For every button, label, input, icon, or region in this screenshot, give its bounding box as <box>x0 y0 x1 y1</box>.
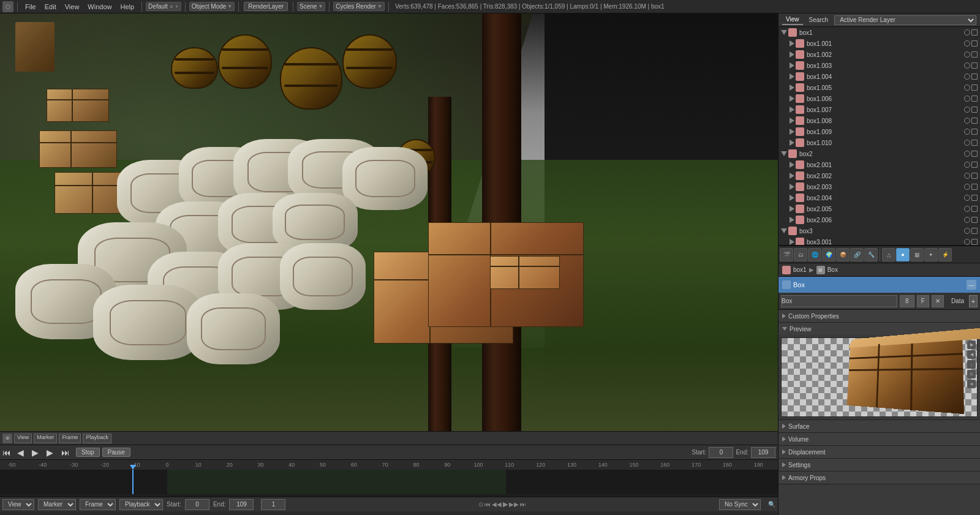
3d-viewport[interactable] <box>0 13 778 431</box>
blender-icon[interactable]: ⬡ <box>2 1 13 12</box>
outliner-item-box2-002[interactable]: box2.002 <box>778 170 980 181</box>
start-frame-input[interactable]: 0 <box>709 447 733 458</box>
tab-search[interactable]: Search <box>805 15 832 24</box>
timeline-playhead[interactable] <box>132 470 134 494</box>
workspace-add[interactable]: + <box>175 3 179 10</box>
menu-window[interactable]: Window <box>84 2 115 12</box>
skip-end-btn[interactable]: ⏭ <box>61 448 74 457</box>
texture-btn[interactable]: ▦ <box>910 248 924 261</box>
particles-btn[interactable]: ✦ <box>924 248 938 261</box>
outliner-item-box1-003[interactable]: box1.003 <box>778 60 980 71</box>
skip-end-icon[interactable]: ⏭ <box>520 501 526 508</box>
stop-button[interactable]: Stop <box>76 448 100 457</box>
outliner-item-box2-005[interactable]: box2.005 <box>778 203 980 214</box>
marker-select[interactable]: Marker <box>38 499 76 510</box>
outliner-item-box1-008[interactable]: box1.008 <box>778 115 980 126</box>
outliner-item-box2[interactable]: box2 <box>778 148 980 159</box>
outliner-item-box3[interactable]: box3 <box>778 225 980 236</box>
menu-view[interactable]: View <box>61 2 83 12</box>
outliner-item-box2-003[interactable]: box2.003 <box>778 181 980 192</box>
material-btn[interactable]: ● <box>896 248 910 261</box>
mode-selector[interactable]: Object Mode ▼ <box>189 2 235 11</box>
skip-start-icon[interactable]: ⏮ <box>484 501 491 508</box>
keyframe-icon[interactable]: ⊙ <box>478 501 483 508</box>
outliner-item-box1-009[interactable]: box1.009 <box>778 126 980 137</box>
render-layer-select[interactable]: Active Render Layer <box>834 15 976 25</box>
view-select[interactable]: View <box>2 499 34 510</box>
object-btn[interactable]: 📦 <box>836 248 850 261</box>
next-key-icon[interactable]: ▶▶ <box>509 501 519 508</box>
material-preview[interactable]: ▶ ◀ ↕ ⊙ ◈ <box>781 337 978 417</box>
armory-props-header[interactable]: Armory Props <box>778 472 980 484</box>
preview-icon-4[interactable]: ⊙ <box>967 370 976 378</box>
playback-select[interactable]: Playback <box>119 499 163 510</box>
data-btn[interactable]: △ <box>882 248 895 261</box>
next-frame-btn[interactable]: ▶ <box>47 448 59 457</box>
outliner-item-box1-007[interactable]: box1.007 <box>778 104 980 115</box>
outliner-item-box1-006[interactable]: box1.006 <box>778 93 980 104</box>
scene-selector[interactable]: Scene ▼ <box>297 2 325 11</box>
outliner-item-box1-001[interactable]: box1.001 <box>778 38 980 49</box>
view-btn[interactable]: View <box>14 434 32 443</box>
play-btn[interactable]: ▶ <box>32 448 44 457</box>
mat-fake-btn[interactable]: F <box>917 295 929 307</box>
menu-help[interactable]: Help <box>116 2 138 12</box>
frame-select[interactable]: Frame <box>80 499 116 510</box>
preview-icon-5[interactable]: ◈ <box>967 380 976 388</box>
prev-key-icon[interactable]: ◀◀ <box>492 501 502 508</box>
custom-props-header[interactable]: Custom Properties <box>778 310 980 322</box>
timeline-track-body[interactable] <box>0 470 778 494</box>
end-frame-input[interactable]: 109 <box>751 447 775 458</box>
prev-frame-btn[interactable]: ◀ <box>17 448 29 457</box>
zoom-icon[interactable]: 🔍 <box>768 501 775 508</box>
outliner-item-box1-010[interactable]: box1.010 <box>778 137 980 148</box>
outliner-list[interactable]: box1 box1.001 <box>778 27 980 245</box>
preview-icon-1[interactable]: ▶ <box>967 340 976 349</box>
skip-start-btn[interactable]: ⏮ <box>2 448 15 457</box>
render-icon-2[interactable] <box>971 40 978 47</box>
outliner-item-box2-006[interactable]: box2.006 <box>778 214 980 225</box>
marker-btn[interactable]: Marker <box>34 434 57 443</box>
sync-select[interactable]: No Sync <box>719 499 761 510</box>
workspace-selector[interactable]: Default ✕ + <box>146 2 181 11</box>
menu-edit[interactable]: Edit <box>41 2 60 12</box>
surface-header[interactable]: Surface <box>778 420 980 432</box>
outliner-item-box1-004[interactable]: box1.004 <box>778 71 980 82</box>
mat-x-btn[interactable]: ✕ <box>932 295 944 307</box>
current-frame-input[interactable] <box>261 499 285 510</box>
physics-btn[interactable]: ⚡ <box>938 248 952 261</box>
vis-2[interactable] <box>964 40 970 47</box>
outliner-item-box1-005[interactable]: box1.005 <box>778 82 980 93</box>
mat-users-input[interactable]: 8 <box>900 295 914 307</box>
outliner-item-box2-001[interactable]: box2.001 <box>778 159 980 170</box>
play-icon[interactable]: ▶ <box>503 500 508 508</box>
timeline-track[interactable]: -50 -40 -30 -20 -10 0 10 20 30 40 50 60 … <box>0 460 778 497</box>
renderer-selector[interactable]: Cycles Render ▼ <box>333 2 385 11</box>
scene-btn[interactable]: 🌐 <box>808 248 821 261</box>
playback-btn[interactable]: Playback <box>83 434 111 443</box>
menu-file[interactable]: File <box>21 2 40 12</box>
minus-icon[interactable]: — <box>967 280 976 290</box>
tab-view[interactable]: View <box>782 15 803 25</box>
render-icon[interactable] <box>971 29 978 36</box>
displacement-header[interactable]: Displacement <box>778 446 980 458</box>
render-props-btn[interactable]: 🎬 <box>780 248 793 261</box>
visibility-icon[interactable] <box>964 29 970 36</box>
settings-header[interactable]: Settings <box>778 459 980 471</box>
outliner-item-box1[interactable]: box1 <box>778 27 980 38</box>
preview-icon-3[interactable]: ↕ <box>967 360 976 369</box>
modifiers-btn[interactable]: 🔧 <box>864 248 878 261</box>
add-mat-btn[interactable]: + <box>969 295 978 307</box>
constraints-btn[interactable]: 🔗 <box>850 248 864 261</box>
outliner-item-box2-004[interactable]: box2.004 <box>778 192 980 203</box>
frame-btn[interactable]: Frame <box>59 434 81 443</box>
view-icon[interactable]: 👁 <box>2 434 12 443</box>
end-input-bottom[interactable] <box>229 499 254 510</box>
mat-name-input[interactable]: Box <box>781 295 897 307</box>
workspace-close[interactable]: ✕ <box>169 4 174 10</box>
world-btn[interactable]: 🌍 <box>822 248 835 261</box>
outliner-item-box1-002[interactable]: box1.002 <box>778 49 980 60</box>
preview-icon-2[interactable]: ◀ <box>967 350 976 359</box>
volume-header[interactable]: Volume <box>778 433 980 445</box>
start-input-bottom[interactable] <box>185 499 209 510</box>
